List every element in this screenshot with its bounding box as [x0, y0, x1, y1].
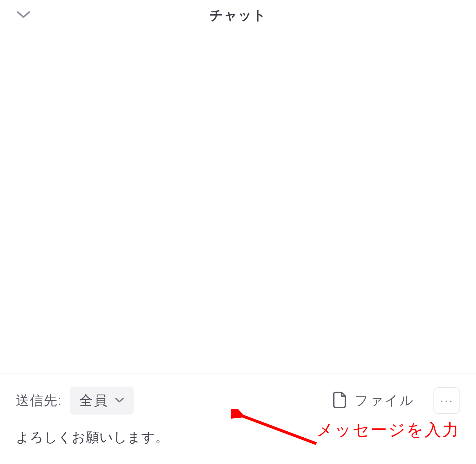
chat-messages-area — [0, 30, 476, 374]
svg-line-1 — [240, 415, 316, 444]
send-to-label: 送信先: — [16, 392, 62, 409]
chevron-down-icon — [16, 15, 31, 20]
chevron-down-icon — [114, 397, 124, 404]
arrow-left-icon — [231, 409, 320, 451]
file-icon — [332, 391, 347, 410]
recipient-dropdown[interactable]: 全員 — [70, 387, 134, 414]
file-button-label: ファイル — [355, 392, 414, 409]
file-button[interactable]: ファイル — [332, 391, 414, 410]
annotation-text: メッセージを入力 — [316, 419, 460, 441]
annotation-callout: メッセージを入力 — [231, 409, 460, 451]
chat-header: チャット — [0, 0, 476, 30]
recipient-selected: 全員 — [79, 392, 109, 409]
chat-title: チャット — [16, 6, 460, 24]
collapse-button[interactable] — [16, 10, 31, 20]
chat-panel: チャット 送信先: 全員 ファ — [0, 0, 476, 464]
more-horizontal-icon: ··· — [440, 394, 453, 407]
